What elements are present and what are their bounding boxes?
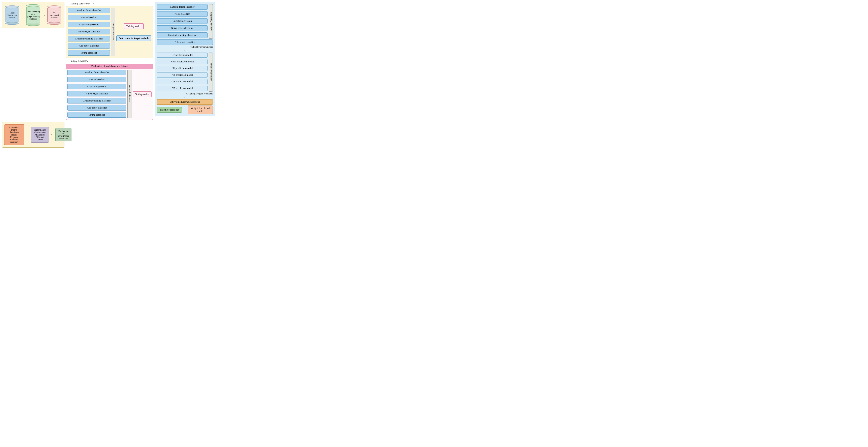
eval-classifier-lr: Logistic regression — [67, 84, 126, 89]
cyl-bottom-blue — [5, 22, 19, 25]
classifier-knn: KNN classifier — [68, 15, 110, 20]
heart-disease-label: Heart disease raw dataset — [7, 11, 17, 19]
cm-line4: F1-score — [6, 136, 22, 138]
ensemble-row: Ensemble classifier ← Weighted predicted… — [157, 106, 213, 114]
training-label: Training data (80%) — [70, 2, 90, 5]
right-ab: Ada boost classifier — [157, 39, 213, 45]
cm-line2: Precision — [6, 131, 22, 133]
right-classifiers-col: Random forest classifier KNN classifier … — [157, 4, 208, 39]
classifier-rf: Random forest classifier — [68, 8, 110, 13]
eval-classifier-ab: Ada boost classifier — [67, 105, 126, 111]
eval-classifier-nb: Naïve bayes classifier — [67, 91, 126, 96]
top-left-section: Heart disease raw dataset → Implementing… — [2, 2, 64, 28]
classifier-nb: Naïve bayes classifier — [68, 29, 110, 34]
arrow-training: → — [91, 2, 94, 5]
pred-ab: AB prediction model — [157, 86, 208, 91]
cyl-top-blue — [5, 5, 19, 8]
finding-hyperparams-row: Finding hyperparameters — [157, 46, 213, 48]
pred-lr: LR prediction model — [157, 66, 208, 71]
training-models-box: Training models — [124, 23, 144, 29]
arrow-ensemble-left: ← — [183, 108, 186, 112]
right-nb: Naïve bayes classifier — [157, 25, 208, 31]
assigning-weights-row: Assigning weights to models — [157, 92, 213, 95]
right-rf: Random forest classifier — [157, 4, 208, 10]
perf-line1: Performance — [33, 129, 47, 131]
right-lr: Logistic regression — [157, 18, 208, 24]
prediction-models-col: RF prediction model KNN prediction model… — [157, 53, 208, 92]
eval-classifier-gb: Gradient boosting classifier — [67, 98, 126, 103]
arrow-1: → — [21, 13, 24, 17]
soft-voting-box: Soft Voting Ensemble classifier — [157, 99, 213, 105]
best-results-box: Best results for target variable — [116, 35, 151, 41]
learning-algorithms-label-top: Learning Algorithms — [111, 8, 115, 56]
pred-gb: GB prediction model — [157, 79, 208, 84]
pred-rf: RF prediction model — [157, 53, 208, 58]
classifiers-list: Random forest classifier KNN classifier … — [68, 8, 110, 56]
learning-algorithms-label-bottom: Learning Algorithms — [127, 70, 131, 118]
pred-knn: KNN prediction model — [157, 59, 208, 64]
confusion-matrix-box: Confusion matrix Precision Recall F1-sco… — [4, 124, 24, 145]
implementing-cylinder: Implementing data preprocessing methods — [25, 4, 41, 26]
cyl-bottom-green — [26, 23, 40, 26]
preprocessed-cylinder: Pre-processed dataset — [47, 5, 62, 25]
pred-learning-algorithms-label: Learning Algorithms — [209, 53, 213, 92]
cyl-body-pink: Pre-processed dataset — [47, 8, 61, 22]
perf-line3: Analysis of — [33, 133, 47, 136]
cm-line5: Prediction accuracy — [6, 138, 22, 143]
eval-line2: performance — [58, 135, 69, 137]
eval-inner: Random forest classifier KNN classifier … — [66, 69, 153, 120]
arrow-finding: ↓ — [157, 48, 213, 52]
cm-line1: Confusion matrix — [6, 126, 22, 131]
cm-line3: Recall — [6, 133, 22, 136]
bottom-left-section: Confusion matrix Precision Recall F1-sco… — [2, 122, 64, 148]
finding-hyperparams-label: Finding hyperparameters — [190, 46, 213, 48]
performance-box: Performance Measurement Analysis of Diff… — [31, 127, 49, 143]
eval-line1: Evaluation of — [58, 130, 69, 135]
weighted-predicted-box: Weighted predicted results — [188, 106, 213, 114]
arrow-down-best: ↓ — [133, 31, 134, 34]
cyl-top-green — [26, 4, 40, 7]
cyl-bottom-pink — [47, 22, 61, 25]
eval-classifier-knn: KNN classifier — [67, 77, 126, 82]
arrow-perf: ← — [26, 133, 29, 136]
classifier-gb: Gradient boosting classifier — [68, 36, 110, 41]
arrow-assigning: ↓ — [157, 95, 213, 98]
prediction-models-area: RF prediction model KNN prediction model… — [157, 53, 213, 92]
perf-line2: Measurement — [33, 131, 47, 133]
testing-models-box: Testing models — [133, 91, 152, 97]
right-learning-algorithms-label: Learning Algorithms — [209, 4, 213, 39]
eval-section: Evaluation of models on test dataset Ran… — [66, 64, 153, 120]
eval-classifier-rf: Random forest classifier — [67, 70, 126, 75]
perf-line4: Different — [33, 136, 47, 138]
arrow-eval: ← — [51, 133, 54, 136]
right-section: Random forest classifier KNN classifier … — [155, 2, 215, 116]
heart-disease-cylinder: Heart disease raw dataset — [4, 5, 20, 25]
pred-nb: NB prediction model — [157, 72, 208, 78]
page-root: Heart disease raw dataset → Implementing… — [0, 0, 217, 150]
classifier-section: Random forest classifier KNN classifier … — [66, 6, 153, 58]
implementing-label: Implementing data preprocessing methods — [27, 10, 40, 20]
classifier-ab: Ada boost classifier — [68, 43, 110, 49]
testing-label: Testing data (20%) — [70, 60, 88, 63]
eval-classifiers-list: Random forest classifier KNN classifier … — [67, 70, 126, 118]
right-gb: Gradient boosting classifier — [157, 32, 208, 38]
eval-header: Evaluation of models on test dataset — [66, 64, 153, 69]
preprocessed-label: Pre-processed dataset — [50, 11, 59, 19]
ensemble-classifier-box: Ensemble classifier — [157, 107, 182, 113]
cyl-top-pink — [47, 5, 61, 8]
cyl-body-green: Implementing data preprocessing methods — [26, 7, 40, 24]
perf-line5: Curves — [33, 138, 47, 141]
arrow-2: → — [42, 13, 45, 17]
classifier-vc: Voting classifier — [68, 50, 110, 56]
cyl-body-blue: Heart disease raw dataset — [5, 8, 19, 22]
right-knn: KNN classifier — [157, 11, 208, 17]
arrow-testing: → — [90, 59, 93, 63]
right-inner: Random forest classifier KNN classifier … — [157, 4, 213, 39]
evaluation-box: Evaluation of performance measures — [55, 128, 71, 141]
eval-classifier-vc: Voting classifier — [67, 112, 126, 118]
assigning-weights-label: Assigning weights to models — [186, 92, 213, 95]
classifier-lr: Logistic regression — [68, 22, 110, 27]
eval-line3: measures — [58, 137, 69, 140]
